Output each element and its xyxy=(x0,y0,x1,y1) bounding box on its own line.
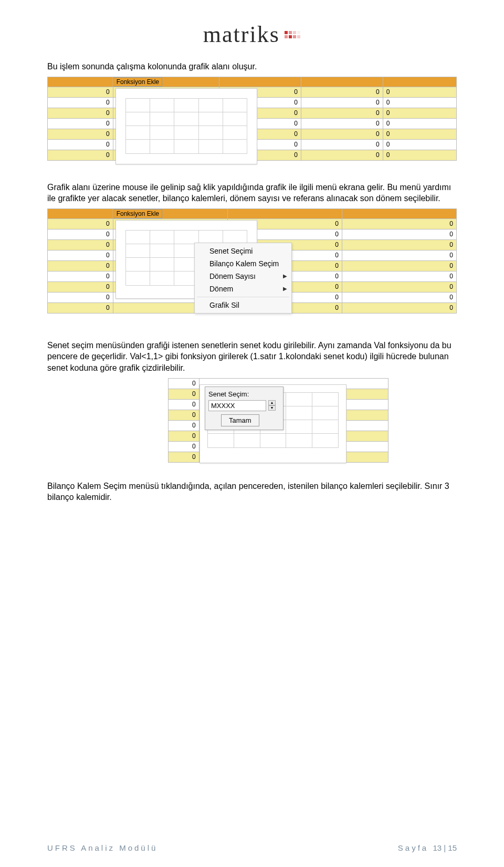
footer-right: Sayfa 13 | 15 xyxy=(398,843,457,852)
menu-separator xyxy=(197,297,289,297)
screenshot-senet-secim-dialog: 0 0 0 0 0 0 0 0 Senet Seçim: ▴ ▾ xyxy=(168,378,388,467)
logo-text: matriks xyxy=(203,22,280,47)
menu-item-donem-sayisi[interactable]: Dönem Sayısı▶ xyxy=(195,270,291,283)
scroll-up-icon[interactable]: ▴ xyxy=(268,400,276,405)
senet-secim-dialog: Senet Seçim: ▴ ▾ Tamam xyxy=(205,387,284,430)
page-footer: UFRS Analiz Modülü Sayfa 13 | 15 xyxy=(47,843,457,852)
logo-dots-icon xyxy=(284,30,301,39)
cell: 0 xyxy=(48,87,113,97)
logo: matriks xyxy=(47,21,457,48)
menu-item-senet-secimi[interactable]: Senet Seçimi xyxy=(195,245,291,257)
chevron-right-icon: ▶ xyxy=(283,286,287,291)
fx-button[interactable]: Fonksiyon Ekle xyxy=(113,77,162,87)
menu-item-bilanco-kalem[interactable]: Bilanço Kalem Seçim xyxy=(195,257,291,270)
paragraph-2: Grafik alanı üzerine mouse ile gelinip s… xyxy=(47,182,457,204)
menu-item-grafik-sil[interactable]: Grafik Sil xyxy=(195,299,291,311)
screenshot-grafik-blank: Fonksiyon Ekle 0000 0000 0000 0000 0000 … xyxy=(47,77,457,171)
dialog-title: Senet Seçim: xyxy=(208,390,280,398)
scroll-down-icon[interactable]: ▾ xyxy=(268,405,276,411)
fx-button[interactable]: Fonksiyon Ekle xyxy=(113,209,162,218)
graph-panel-blank[interactable] xyxy=(116,88,257,164)
paragraph-4: Bilanço Kalem Seçim menüsü tıklandığında… xyxy=(47,480,457,503)
tamam-button[interactable]: Tamam xyxy=(221,414,259,426)
chevron-right-icon: ▶ xyxy=(283,273,287,279)
screenshot-grafik-menu: Fonksiyon Ekle 000 000 000 000 000 000 0… xyxy=(47,208,457,329)
graph-context-menu: Senet Seçimi Bilanço Kalem Seçim Dönem S… xyxy=(194,243,292,314)
paragraph-1: Bu işlem sonunda çalışma kolonunda grafi… xyxy=(47,61,457,72)
footer-left: UFRS Analiz Modülü xyxy=(47,843,158,852)
senet-secim-input[interactable] xyxy=(208,400,266,411)
menu-item-donem[interactable]: Dönem▶ xyxy=(195,283,291,295)
paragraph-3: Senet seçim menüsünden grafiği istenen s… xyxy=(47,340,457,374)
